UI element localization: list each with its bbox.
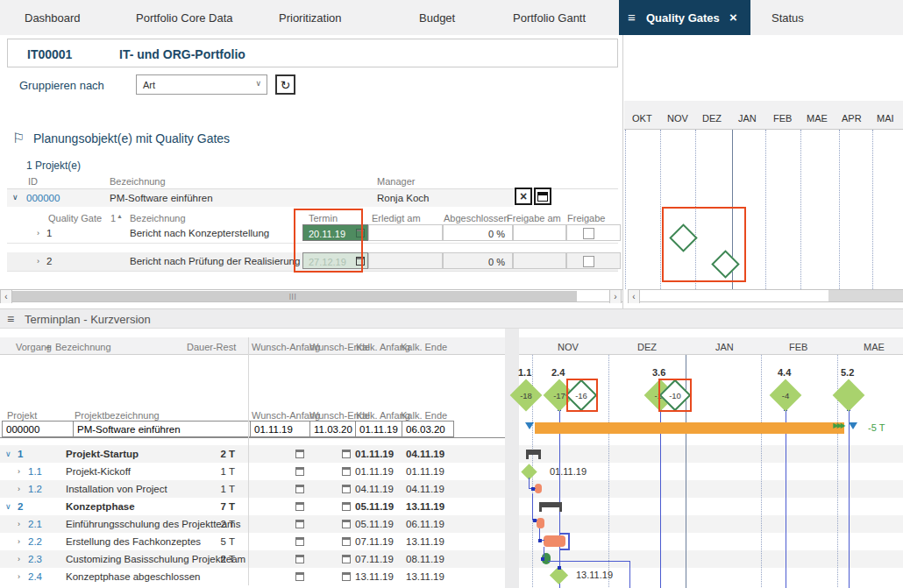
right-panel-hscrollbar[interactable]: ‹ <box>628 289 903 302</box>
sort-indicator[interactable]: 1 <box>110 213 116 223</box>
nav-portfolio-gantt[interactable]: Portfolio Gantt <box>513 11 586 25</box>
expand-icon[interactable]: › <box>18 572 20 581</box>
task-row-2-3[interactable]: › 2.3 Customizing Basisschulung Projektt… <box>0 550 505 568</box>
expand-icon[interactable]: › <box>37 257 39 266</box>
col-qg-bezeichnung[interactable]: Bezeichnung <box>130 213 186 223</box>
calendar-icon[interactable] <box>342 572 351 581</box>
col-termin[interactable]: Termin <box>309 213 338 223</box>
kalk-anfang-input[interactable] <box>355 421 408 437</box>
projekt-id-input[interactable] <box>2 421 79 437</box>
calendar-icon[interactable] <box>295 502 304 511</box>
calendar-icon[interactable] <box>342 450 351 458</box>
task-no[interactable]: 2 <box>18 501 23 512</box>
calendar-icon[interactable] <box>295 555 304 563</box>
group-by-select[interactable]: Art ∨ <box>136 74 267 95</box>
task-row-1[interactable]: ∨ 1 Projekt-Startup 2 T 01.11.19 04.11.1… <box>0 445 505 463</box>
task-row-1-1[interactable]: › 1.1 Projekt-Kickoff 1 T 01.11.19 01.11… <box>0 463 505 480</box>
col-kalk-ende[interactable]: Kalk. Ende <box>401 342 447 352</box>
task-no[interactable]: 1 <box>18 449 23 459</box>
qg-abgeschlossen-field[interactable]: 0 % <box>443 224 513 241</box>
milestone-diamond-4-4[interactable]: -4 <box>770 379 802 412</box>
calendar-icon[interactable] <box>356 257 365 266</box>
projekt-name-input[interactable] <box>73 421 253 437</box>
hamburger-icon[interactable]: ≡ <box>628 10 636 25</box>
scroll-right-icon[interactable]: › <box>609 290 622 303</box>
qg-termin-field[interactable]: 27.12.19 <box>302 252 368 269</box>
expand-icon[interactable]: › <box>37 229 39 237</box>
close-icon[interactable]: × <box>729 10 737 25</box>
qg-termin-field[interactable]: 20.11.19 <box>302 224 368 241</box>
summary-bar-1[interactable] <box>526 450 541 455</box>
qg-row-1[interactable]: › 1 Bericht nach Konzepterstellung 20.11… <box>7 224 618 244</box>
calendar-icon[interactable] <box>295 450 304 458</box>
col-quality-gate[interactable]: Quality Gate <box>48 213 102 223</box>
collapse-icon[interactable]: ∨ <box>12 193 18 202</box>
milestone-diamond-1-1[interactable]: -18 <box>510 379 543 412</box>
expand-icon[interactable]: › <box>18 537 20 546</box>
nav-status[interactable]: Status <box>771 11 804 25</box>
expand-icon[interactable]: › <box>18 485 20 493</box>
freigabe-checkbox[interactable] <box>583 256 594 267</box>
task-no[interactable]: 2.4 <box>28 571 42 582</box>
hamburger-icon[interactable]: ≡ <box>7 312 14 326</box>
calendar-icon[interactable] <box>295 537 304 546</box>
task-row-1-2[interactable]: › 1.2 Installation von Project 1 T 04.11… <box>0 480 505 498</box>
expand-icon[interactable]: › <box>18 520 20 528</box>
col-freigabe-am[interactable]: Freigabe am <box>507 213 561 223</box>
task-no[interactable]: 2.3 <box>28 554 42 564</box>
qg-row-2[interactable]: › 2 Bericht nach Prüfung der Realisierun… <box>7 252 618 272</box>
refresh-button[interactable]: ↻ <box>275 74 295 95</box>
col-bezeichnung[interactable]: Bezeichnung <box>55 342 111 352</box>
calendar-icon[interactable] <box>356 229 365 237</box>
delete-button[interactable]: × <box>515 188 532 205</box>
tab-quality-gates[interactable]: ≡ Quality Gates × <box>619 0 750 35</box>
scrollbar-thumb[interactable]: ||| <box>12 291 577 301</box>
expand-icon[interactable]: › <box>18 555 20 563</box>
nav-budget[interactable]: Budget <box>419 11 455 25</box>
task-no[interactable]: 1.2 <box>28 484 42 494</box>
calendar-icon[interactable] <box>295 520 304 528</box>
task-row-2-1[interactable]: › 2.1 Einführungsschulung des Projekttea… <box>0 515 505 533</box>
calendar-button[interactable] <box>534 188 551 205</box>
project-id-link[interactable]: 000000 <box>26 193 60 203</box>
calendar-icon[interactable] <box>342 537 351 546</box>
task-row-2-2[interactable]: › 2.2 Erstellung des Fachkonzeptes 5 T 0… <box>0 533 505 550</box>
project-row[interactable]: ∨ 000000 PM-Software einführen Ronja Koc… <box>7 189 514 207</box>
collapse-icon[interactable]: ∨ <box>5 450 11 458</box>
task-bar-2-1[interactable] <box>537 518 544 528</box>
wunsch-anfang-input[interactable] <box>250 421 316 437</box>
calendar-icon[interactable] <box>342 555 351 563</box>
task-row-2-4[interactable]: › 2.4 Konzeptphase abgeschlossen 13.11.1… <box>0 568 505 585</box>
scroll-left-icon[interactable]: ‹ <box>0 290 12 303</box>
qg-freigabe-am-field[interactable] <box>513 252 566 269</box>
task-row-2[interactable]: ∨ 2 Konzeptphase 7 T 05.11.19 13.11.19 <box>0 498 505 515</box>
quality-gate-marker-2[interactable] <box>711 250 740 279</box>
task-no[interactable]: 2.2 <box>28 536 42 547</box>
quality-gate-marker-1[interactable] <box>669 223 698 252</box>
kalk-ende-input[interactable] <box>402 421 454 437</box>
freigabe-checkbox[interactable] <box>583 228 594 239</box>
qg-erledigt-field[interactable] <box>368 252 443 269</box>
qg-erledigt-field[interactable] <box>368 224 443 241</box>
calendar-icon[interactable] <box>295 572 304 581</box>
left-panel-hscrollbar[interactable]: ‹ ||| › <box>0 289 622 302</box>
calendar-icon[interactable] <box>342 520 351 528</box>
nav-dashboard[interactable]: Dashboard <box>25 11 81 25</box>
summary-bar-2[interactable] <box>539 502 562 507</box>
qg-freigabe-am-field[interactable] <box>513 224 566 241</box>
col-abgeschlossen[interactable]: Abgeschlossen <box>444 213 509 223</box>
col-dauer-rest[interactable]: Dauer-Rest <box>187 342 236 352</box>
milestone-diamond-5-2[interactable] <box>833 379 865 412</box>
scrollbar-track[interactable] <box>828 290 903 301</box>
collapse-icon[interactable]: ∨ <box>5 502 11 511</box>
calendar-icon[interactable] <box>342 485 351 493</box>
expand-icon[interactable]: › <box>18 467 20 476</box>
task-bar-1-2[interactable] <box>535 484 542 493</box>
task-no[interactable]: 1.1 <box>28 466 42 477</box>
col-freigabe[interactable]: Freigabe <box>567 213 605 223</box>
col-erledigt-am[interactable]: Erledigt am <box>372 213 421 223</box>
nav-portfolio-core[interactable]: Portfolio Core Data <box>136 11 233 25</box>
calendar-icon[interactable] <box>342 467 351 476</box>
calendar-icon[interactable] <box>342 502 351 511</box>
nav-prioritization[interactable]: Prioritization <box>279 11 342 25</box>
